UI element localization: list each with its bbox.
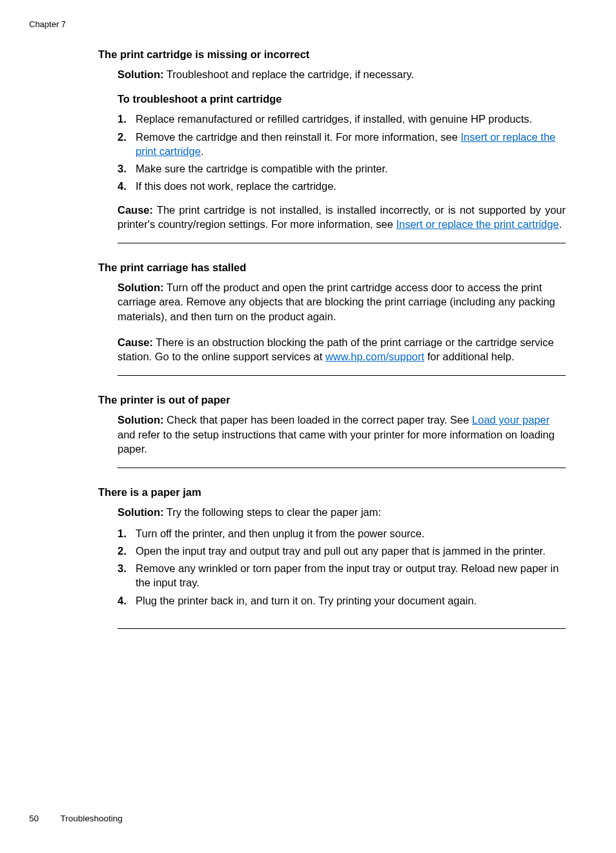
load-paper-link[interactable]: Load your paper (472, 414, 549, 426)
insert-replace-cartridge-link[interactable]: Insert or replace the print cartridge (396, 218, 559, 230)
hp-support-link[interactable]: www.hp.com/support (325, 351, 424, 362)
section-heading-paper-jam: There is a paper jam (98, 486, 566, 498)
cause-paragraph: Cause: There is an obstruction blocking … (118, 335, 566, 364)
section-divider (118, 243, 566, 243)
troubleshoot-list: 1. Replace remanufactured or refilled ca… (118, 112, 566, 193)
list-text: If this does not work, replace the cartr… (136, 179, 566, 193)
solution-text: Check that paper has been loaded in the … (163, 414, 472, 426)
solution-text: Turn off the product and open the print … (118, 282, 555, 322)
list-item: 1. Turn off the printer, and then unplug… (118, 526, 566, 540)
cause-text-end: for additional help. (424, 351, 514, 362)
list-item: 4. Plug the printer back in, and turn it… (118, 593, 566, 608)
cause-text-end: . (559, 218, 562, 230)
section-body: Solution: Check that paper has been load… (118, 413, 566, 468)
section-heading-carriage-stalled: The print carriage has stalled (98, 262, 566, 274)
page-header: Chapter 7 (29, 19, 66, 29)
solution-text: Try the following steps to clear the pap… (163, 506, 381, 518)
solution-paragraph: Solution: Turn off the product and open … (118, 280, 566, 324)
list-text: Remove any wrinkled or torn paper from t… (136, 561, 566, 590)
list-number: 1. (118, 526, 136, 540)
footer-section: Troubleshooting (61, 814, 123, 823)
solution-label: Solution: (118, 506, 163, 518)
section-divider (118, 468, 566, 468)
list-item: 2. Open the input tray and output tray a… (118, 544, 566, 558)
section-divider (118, 375, 566, 376)
section-body: Solution: Try the following steps to cle… (118, 505, 566, 629)
page-number: 50 (29, 814, 39, 823)
cause-paragraph: Cause: The print cartridge is not instal… (118, 203, 566, 232)
list-text: Open the input tray and output tray and … (136, 544, 566, 558)
list-item: 1. Replace remanufactured or refilled ca… (118, 112, 566, 126)
section-heading-cartridge-missing: The print cartridge is missing or incorr… (98, 48, 566, 61)
solution-paragraph: Solution: Troubleshoot and replace the c… (118, 67, 566, 81)
list-item: 4. If this does not work, replace the ca… (118, 179, 566, 193)
list-number: 3. (118, 161, 136, 176)
solution-text: Troubleshoot and replace the cartridge, … (163, 68, 414, 80)
page-footer: 50 Troubleshooting (29, 814, 123, 823)
solution-label: Solution: (118, 68, 163, 80)
section-body: Solution: Troubleshoot and replace the c… (118, 67, 566, 243)
solution-text-end: and refer to the setup instructions that… (118, 429, 555, 455)
list-number: 2. (118, 544, 136, 558)
list-number: 3. (118, 561, 136, 575)
section-body: Solution: Turn off the product and open … (118, 280, 566, 376)
list-text: Replace remanufactured or refilled cartr… (136, 112, 566, 126)
section-heading-out-of-paper: The printer is out of paper (98, 394, 566, 406)
solution-label: Solution: (118, 282, 163, 293)
text-part: Remove the cartridge and then reinstall … (136, 131, 460, 143)
list-item: 3. Make sure the cartridge is compatible… (118, 161, 566, 176)
list-text: Make sure the cartridge is compatible wi… (136, 161, 566, 176)
list-number: 2. (118, 130, 136, 144)
list-text: Plug the printer back in, and turn it on… (136, 593, 566, 608)
list-text: Remove the cartridge and then reinstall … (136, 130, 566, 159)
page-content: The print cartridge is missing or incorr… (98, 48, 566, 647)
list-number: 4. (118, 179, 136, 193)
sub-heading: To troubleshoot a print cartridge (118, 93, 566, 105)
cause-label: Cause: (118, 204, 153, 216)
list-item: 2. Remove the cartridge and then reinsta… (118, 130, 566, 159)
list-item: 3. Remove any wrinkled or torn paper fro… (118, 561, 566, 590)
solution-paragraph: Solution: Check that paper has been load… (118, 413, 566, 456)
paper-jam-list: 1. Turn off the printer, and then unplug… (118, 526, 566, 608)
cause-label: Cause: (118, 336, 153, 348)
list-number: 1. (118, 112, 136, 126)
solution-label: Solution: (118, 414, 163, 426)
list-number: 4. (118, 593, 136, 608)
solution-paragraph: Solution: Try the following steps to cle… (118, 505, 566, 519)
section-divider (118, 628, 566, 629)
text-part: . (201, 145, 204, 157)
chapter-label: Chapter 7 (29, 19, 66, 29)
list-text: Turn off the printer, and then unplug it… (136, 526, 566, 540)
